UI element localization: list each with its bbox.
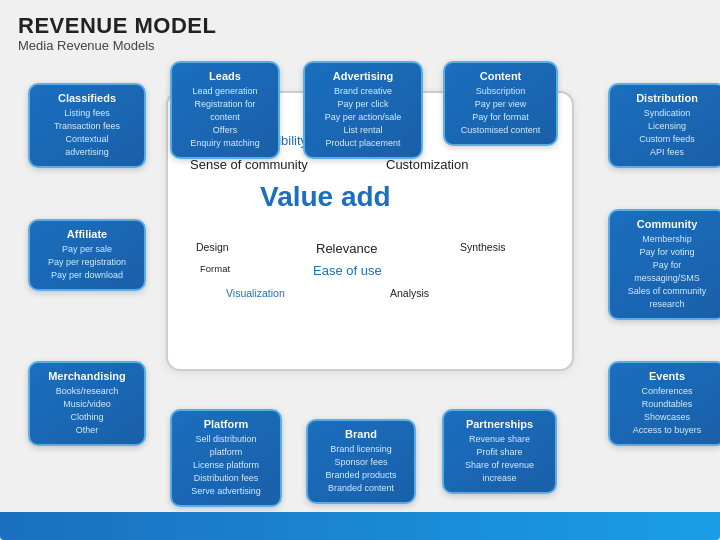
content-area: Reputation Timeliness Validation Tangibi… [18, 61, 702, 516]
partnerships-items: Revenue shareProfit shareShare of revenu… [453, 433, 546, 485]
partnerships-box: Partnerships Revenue shareProfit shareSh… [442, 409, 557, 494]
merchandising-items: Books/researchMusic/videoClothingOther [39, 385, 135, 437]
distribution-title: Distribution [619, 92, 715, 104]
merchandising-box: Merchandising Books/researchMusic/videoC… [28, 361, 146, 446]
word-easeofuse: Ease of use [313, 263, 382, 278]
word-valueadd: Value add [260, 181, 391, 213]
content-title: Content [454, 70, 547, 82]
content-items: SubscriptionPay per viewPay for formatCu… [454, 85, 547, 137]
affiliate-items: Pay per salePay per registrationPay per … [39, 243, 135, 282]
community-box: Community MembershipPay for votingPay fo… [608, 209, 720, 320]
leads-box: Leads Lead generationRegistration forcon… [170, 61, 280, 159]
affiliate-box: Affiliate Pay per salePay per registrati… [28, 219, 146, 291]
platform-items: Sell distributionplatformLicense platfor… [181, 433, 271, 498]
word-design: Design [196, 241, 229, 253]
distribution-items: SyndicationLicensingCustom feedsAPI fees [619, 107, 715, 159]
classifieds-title: Classifieds [39, 92, 135, 104]
slide: REVENUE MODEL Media Revenue Models Reput… [0, 0, 720, 540]
word-sense: Sense of community [190, 157, 308, 172]
subtitle: Media Revenue Models [18, 38, 702, 53]
leads-title: Leads [181, 70, 269, 82]
community-items: MembershipPay for votingPay formessaging… [619, 233, 715, 311]
word-format: Format [200, 263, 230, 274]
brand-items: Brand licensingSponsor feesBranded produ… [317, 443, 405, 495]
advertising-box: Advertising Brand creativePay per clickP… [303, 61, 423, 159]
brand-box: Brand Brand licensingSponsor feesBranded… [306, 419, 416, 504]
distribution-box: Distribution SyndicationLicensingCustom … [608, 83, 720, 168]
classifieds-box: Classifieds Listing feesTransaction fees… [28, 83, 146, 168]
community-title: Community [619, 218, 715, 230]
word-relevance: Relevance [316, 241, 377, 256]
content-box: Content SubscriptionPay per viewPay for … [443, 61, 558, 146]
word-synthesis: Synthesis [460, 241, 506, 253]
leads-items: Lead generationRegistration forcontentOf… [181, 85, 269, 150]
slide-footer [0, 512, 720, 540]
platform-box: Platform Sell distributionplatformLicens… [170, 409, 282, 507]
title: REVENUE MODEL [18, 14, 702, 38]
platform-title: Platform [181, 418, 271, 430]
affiliate-title: Affiliate [39, 228, 135, 240]
brand-title: Brand [317, 428, 405, 440]
word-customization: Customization [386, 157, 468, 172]
advertising-items: Brand creativePay per clickPay per actio… [314, 85, 412, 150]
merchandising-title: Merchandising [39, 370, 135, 382]
advertising-title: Advertising [314, 70, 412, 82]
word-analysis: Analysis [390, 287, 429, 299]
events-box: Events ConferencesRoundtablesShowcasesAc… [608, 361, 720, 446]
classifieds-items: Listing feesTransaction feesContextualad… [39, 107, 135, 159]
events-items: ConferencesRoundtablesShowcasesAccess to… [619, 385, 715, 437]
events-title: Events [619, 370, 715, 382]
partnerships-title: Partnerships [453, 418, 546, 430]
word-visualization: Visualization [226, 287, 285, 299]
